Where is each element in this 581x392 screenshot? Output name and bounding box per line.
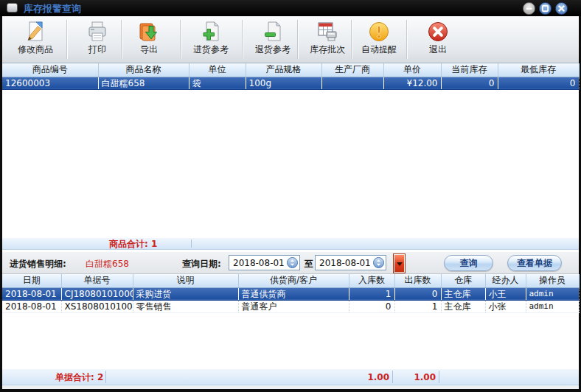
print-button[interactable]: 打印 xyxy=(72,18,123,62)
column-header: 单据号 xyxy=(61,274,133,287)
detail-row-selected[interactable]: 2018-08-01 CJ180801010001 采购进货 普通供货商 1 0… xyxy=(2,287,579,300)
view-document-button[interactable]: 查看单据 xyxy=(507,255,562,271)
cell-product-code: 12600003 xyxy=(2,77,98,89)
cell-warehouse: 主仓库 xyxy=(441,300,485,312)
cell-out-qty: 0 xyxy=(394,287,441,300)
cell-handler: 小王 xyxy=(485,287,526,300)
minimize-button[interactable] xyxy=(523,2,535,15)
close-button[interactable] xyxy=(555,2,568,15)
column-header: 单位 xyxy=(189,63,246,77)
maximize-icon xyxy=(540,3,551,14)
total-in-qty: 1.00 xyxy=(347,369,389,385)
close-icon xyxy=(556,3,567,14)
cell-handler: 小张 xyxy=(485,300,526,312)
detail-product-name: 白甜糯658 xyxy=(86,258,129,270)
column-header: 日期 xyxy=(2,274,61,287)
toolbar-button-label: 退货参考 xyxy=(247,44,299,55)
return-reference-button[interactable]: 退货参考 xyxy=(247,18,299,62)
page-minus-icon xyxy=(247,18,299,44)
cell-manufacturer xyxy=(321,77,383,89)
column-header: 仓库 xyxy=(441,274,485,287)
batch-sheet-icon xyxy=(302,18,353,44)
exit-cross-icon xyxy=(412,18,464,44)
detail-title-label: 进货销售明细: xyxy=(10,258,66,270)
detail-table: 日期 单据号 说明 供货商/客户 入库数 出库数 仓库 经办人 操作员 2018… xyxy=(2,274,580,313)
toolbar-button-label: 自动提醒 xyxy=(353,44,405,55)
date-dropdown-button[interactable] xyxy=(394,254,405,273)
column-header: 供货商/客户 xyxy=(238,274,349,287)
product-summary-value: 1 xyxy=(151,239,157,249)
minimize-icon xyxy=(523,3,535,14)
window-content: 修改商品 打印 xyxy=(2,16,579,389)
toolbar-button-label: 打印 xyxy=(72,44,123,55)
toolbar-button-label: 退出 xyxy=(412,44,464,55)
product-table-section: 商品编号 商品名称 单位 产品规格 生产厂商 单价 当前库存 最低库存 1260… xyxy=(2,63,579,237)
column-header: 当前库存 xyxy=(441,63,498,77)
date-to-input[interactable]: 2018-08-01 xyxy=(315,255,386,270)
detail-summary-value: 2 xyxy=(97,372,103,382)
cell-current-stock: 0 xyxy=(441,77,498,89)
exit-button[interactable]: 退出 xyxy=(412,18,464,62)
stock-batch-button[interactable]: 库存批次 xyxy=(302,18,353,62)
toolbar-button-label: 进货参考 xyxy=(185,44,237,55)
column-header: 单价 xyxy=(383,63,441,77)
product-summary-label: 商品合计: 1 xyxy=(109,238,157,250)
product-summary-bar: 商品合计: 1 xyxy=(2,237,579,250)
product-table-header: 商品编号 商品名称 单位 产品规格 生产厂商 单价 当前库存 最低库存 xyxy=(2,63,579,77)
cell-doc-number: CJ180801010001 xyxy=(61,287,133,300)
toolbar-separator xyxy=(406,20,408,59)
total-out-qty: 1.00 xyxy=(394,369,436,385)
summary-separator xyxy=(392,371,393,383)
cell-date: 2018-08-01 xyxy=(2,287,61,300)
cell-unit: 袋 xyxy=(189,77,246,89)
query-panel: 进货销售明细: 白甜糯658 查询日期: 2018-08-01 至 2 xyxy=(2,251,579,274)
cell-out-qty: 1 xyxy=(394,300,441,312)
export-arrow-icon xyxy=(123,18,175,44)
toolbar-button-label: 导出 xyxy=(123,44,175,55)
bottom-strip xyxy=(2,385,579,389)
alert-exclamation-icon xyxy=(353,18,405,44)
modify-product-button[interactable]: 修改商品 xyxy=(10,18,61,62)
product-row-selected[interactable]: 12600003 白甜糯658 袋 100g ¥12.00 0 0 xyxy=(2,77,579,89)
column-header: 出库数 xyxy=(394,274,441,287)
titlebar[interactable]: 库存报警查询 xyxy=(0,0,581,16)
column-header: 说明 xyxy=(133,274,238,287)
cell-in-qty: 1 xyxy=(349,287,394,300)
column-header: 商品名称 xyxy=(98,63,189,77)
query-button[interactable]: 查询 xyxy=(444,255,493,271)
edit-document-icon xyxy=(10,18,61,44)
date-from-spinner[interactable] xyxy=(287,257,298,268)
date-from-input[interactable]: 2018-08-01 xyxy=(229,255,300,270)
cell-operator: admin xyxy=(526,287,579,300)
page-plus-icon xyxy=(185,18,237,44)
detail-row[interactable]: 2018-08-01 XS180801010001 零售销售 普通客户 0 1 … xyxy=(2,300,579,312)
date-to-spinner[interactable] xyxy=(373,257,384,268)
detail-summary-label: 单据合计: 2 xyxy=(55,369,103,385)
export-button[interactable]: 导出 xyxy=(123,18,175,62)
spinner-icon xyxy=(287,257,298,268)
toolbar-button-label: 库存批次 xyxy=(302,44,353,55)
cell-supplier-customer: 普通客户 xyxy=(238,300,349,312)
column-header: 操作员 xyxy=(526,274,579,287)
chevron-down-icon xyxy=(397,262,403,266)
cell-operator: admin xyxy=(526,300,579,312)
auto-remind-button[interactable]: 自动提醒 xyxy=(353,18,405,62)
purchase-reference-button[interactable]: 进货参考 xyxy=(185,18,237,62)
toolbar-button-label: 修改商品 xyxy=(10,44,61,55)
column-header: 产品规格 xyxy=(246,63,321,77)
cell-in-qty: 0 xyxy=(349,300,394,312)
detail-table-section: 日期 单据号 说明 供货商/客户 入库数 出库数 仓库 经办人 操作员 2018… xyxy=(2,274,579,368)
maximize-button[interactable] xyxy=(539,2,552,15)
cell-doc-number: XS180801010001 xyxy=(61,300,133,312)
printer-icon xyxy=(72,18,123,44)
column-header: 最低库存 xyxy=(498,63,579,77)
column-header: 商品编号 xyxy=(2,63,98,77)
cell-spec: 100g xyxy=(246,77,321,89)
toolbar-separator xyxy=(180,20,181,59)
spinner-icon xyxy=(373,257,384,268)
cell-product-name: 白甜糯658 xyxy=(98,77,189,89)
cell-unit-price: ¥12.00 xyxy=(383,77,441,89)
toolbar-separator xyxy=(66,20,68,59)
cell-date: 2018-08-01 xyxy=(2,300,61,312)
column-header: 入库数 xyxy=(349,274,394,287)
